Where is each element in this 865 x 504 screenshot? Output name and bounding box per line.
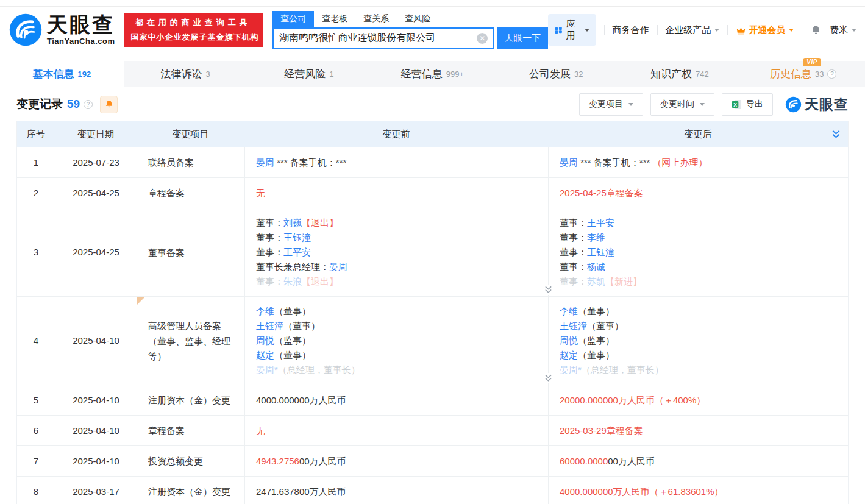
tab-basic-info[interactable]: 基本信息192 (0, 61, 124, 87)
person-link[interactable]: 王平安 (283, 247, 311, 257)
cell-line: 董事：杨诚 (560, 260, 837, 274)
tab-label: 历史信息VIP (770, 67, 811, 81)
row-index: 4 (17, 297, 55, 385)
cell-text: 董事： (560, 276, 587, 286)
cell-text: 董事： (560, 232, 587, 243)
person-link[interactable]: 周悦 (256, 335, 274, 346)
person-link[interactable]: 李维 (560, 306, 578, 316)
person-link[interactable]: 晏周 (329, 261, 347, 272)
company-tabs: 基本信息192法律诉讼3经营风险1经营信息999+公司发展32知识产权742历史… (0, 61, 865, 87)
enterprise-label: 企业级产品 (665, 24, 711, 36)
cell-line: 20000.000000万人民币（＋400%） (560, 393, 837, 408)
export-label: 导出 (746, 99, 763, 110)
cell-line: 晏周 *** 备案手机：*** (256, 155, 537, 170)
change-records-table: 序号 变更日期 变更项目 变更前 变更后 12025-07-23联络员备案晏周 … (16, 121, 849, 504)
search-tab-boss[interactable]: 查老板 (314, 11, 355, 27)
table-row: 72025-04-10投资总额变更4943.275600万人民币60000.00… (17, 446, 848, 477)
person-link[interactable]: 周悦 (560, 335, 578, 346)
person-link[interactable]: 杨诚 (587, 261, 605, 272)
person-link[interactable]: 赵定 (560, 350, 578, 360)
person-link[interactable]: 刘巍 (283, 218, 302, 228)
cell-text: 【新进】 (605, 276, 642, 286)
search-input-wrap: ✕ (272, 27, 494, 49)
cell-line: 董事：李维 (560, 230, 837, 245)
cell-text: *** 备案手机：*** (578, 157, 653, 168)
chevron-down-icon (700, 103, 705, 106)
change-item-text: 章程备案 (148, 423, 233, 438)
person-link[interactable]: 王钰潼 (560, 321, 587, 331)
help-icon[interactable]: ? (827, 69, 836, 79)
tab-business-info[interactable]: 经营信息999+ (371, 61, 494, 87)
apps-label: 应用 (566, 18, 580, 41)
tab-label: 经营信息 (401, 67, 443, 81)
table-row: 32025-04-25董事备案董事：刘巍【退出】董事：王钰潼董事：王平安董事长兼… (17, 208, 848, 297)
chevron-down-icon (628, 103, 633, 106)
apps-menu[interactable]: 应用 (548, 14, 596, 46)
filter-change-time-button[interactable]: 变更时间 (650, 93, 714, 116)
cell-text: 董事： (560, 247, 587, 257)
tianyancha-logo[interactable]: 天眼查 TianYanCha.com (9, 13, 115, 47)
cell-text: 20000.000000万人民币（＋400%） (560, 395, 705, 405)
clear-icon[interactable]: ✕ (477, 33, 488, 44)
cell-text: 2025-04-25章程备案 (560, 188, 643, 198)
tianyancha-logo-icon (785, 96, 802, 113)
chevron-down-icon (585, 29, 589, 32)
person-link[interactable]: 晏周 (256, 157, 274, 168)
tab-company-development[interactable]: 公司发展32 (494, 61, 618, 87)
cell-line: 无 (256, 186, 537, 201)
collapse-all-chevron-icon[interactable] (831, 129, 841, 140)
person-link[interactable]: 王钰潼 (256, 321, 283, 331)
cell-line: 2025-04-25章程备案 (560, 186, 837, 201)
filter-change-item-button[interactable]: 变更项目 (579, 93, 643, 116)
help-icon[interactable]: ? (84, 100, 93, 109)
search-tab-relation[interactable]: 查关系 (355, 11, 397, 27)
expand-chevron-icon[interactable] (543, 373, 554, 383)
cell-text: 00万人民币 (299, 456, 346, 466)
change-item-text: 章程备案 (148, 185, 233, 201)
person-link[interactable]: 王钰潼 (283, 232, 311, 243)
tab-label: 经营风险 (284, 67, 326, 81)
tab-business-risk[interactable]: 经营风险1 (247, 61, 371, 87)
person-link[interactable]: 王平安 (587, 218, 614, 228)
search-tab-company[interactable]: 查公司 (272, 11, 314, 27)
table-header: 序号 变更日期 变更项目 变更前 变更后 (17, 121, 848, 147)
cell-line: 董事：王平安 (560, 216, 837, 230)
cell-text: 董事： (256, 276, 283, 286)
person-link[interactable]: 赵定 (256, 350, 274, 360)
app-grid-icon (555, 25, 562, 35)
tab-history-info[interactable]: 历史信息VIP33? (741, 61, 865, 87)
export-button[interactable]: X 导出 (722, 93, 773, 116)
search-input[interactable] (279, 33, 477, 44)
nav-vip[interactable]: 开通会员 (736, 24, 794, 36)
row-index: 7 (17, 446, 55, 476)
user-menu[interactable]: 费米 (830, 24, 856, 36)
cell-text: 董事长兼总经理： (256, 261, 329, 272)
tab-intellectual-property[interactable]: 知识产权742 (618, 61, 742, 87)
expand-chevron-icon[interactable] (543, 285, 554, 295)
notifications-bell-icon[interactable] (810, 24, 822, 36)
search-tab-risk[interactable]: 查风险 (397, 11, 438, 27)
change-item-text: 高级管理人员备案（董事、监事、经理等） (148, 318, 233, 364)
toolbar-actions: 变更项目 变更时间 X 导出 天眼查 (579, 93, 849, 116)
change-date: 2025-04-10 (55, 416, 137, 445)
cell-line: 4000.000000万人民币（＋61.83601%） (560, 484, 837, 499)
after-cell: 2025-04-25章程备案 (548, 178, 848, 208)
search-button[interactable]: 天眼一下 (497, 27, 548, 49)
nav-cooperation[interactable]: 商务合作 (613, 24, 649, 36)
after-cell: 60000.000000万人民币 (548, 446, 848, 476)
vip-label: 开通会员 (749, 24, 785, 36)
tab-label: 公司发展 (529, 67, 571, 81)
subscribe-bell-button[interactable] (100, 96, 118, 113)
tab-count: 1 (329, 69, 333, 79)
filter-change-item-label: 变更项目 (589, 99, 623, 110)
person-link[interactable]: 李维 (256, 306, 274, 316)
row-index: 3 (17, 208, 55, 296)
person-link[interactable]: 王钰潼 (587, 247, 614, 257)
tab-legal-proceedings[interactable]: 法律诉讼3 (124, 61, 247, 87)
person-link[interactable]: 晏周 (560, 157, 578, 168)
table-row: 22025-04-25章程备案无2025-04-25章程备案 (17, 178, 848, 208)
person-link[interactable]: 李维 (587, 232, 605, 243)
cell-line: 2471.637800万人民币 (256, 484, 537, 499)
change-date: 2025-04-10 (55, 297, 137, 385)
nav-enterprise[interactable]: 企业级产品 (665, 24, 719, 36)
